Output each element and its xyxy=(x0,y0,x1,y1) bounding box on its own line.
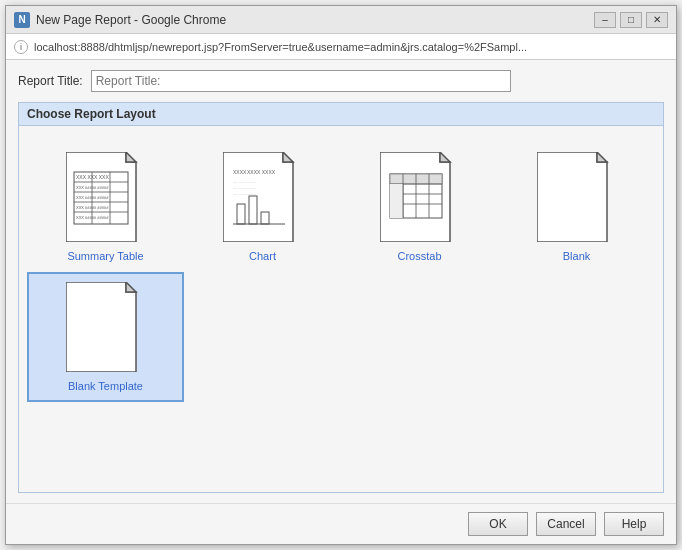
help-button[interactable]: Help xyxy=(604,512,664,536)
main-window: N New Page Report - Google Chrome – □ ✕ … xyxy=(5,5,677,545)
svg-text:·····················: ····················· xyxy=(233,186,256,191)
crosstab-label: Crosstab xyxy=(397,250,441,262)
chart-icon: XXXX XXXX XXXX ····················· ···… xyxy=(223,152,303,242)
cancel-button[interactable]: Cancel xyxy=(536,512,596,536)
window-title: New Page Report - Google Chrome xyxy=(36,13,588,27)
maximize-button[interactable]: □ xyxy=(620,12,642,28)
blank-template-label: Blank Template xyxy=(68,380,143,392)
layout-group-title: Choose Report Layout xyxy=(19,103,663,126)
report-title-label: Report Title: xyxy=(18,74,83,88)
layout-item-blank-template[interactable]: Blank Template xyxy=(27,272,184,402)
ok-button[interactable]: OK xyxy=(468,512,528,536)
svg-text:XXX ##### #####: XXX ##### ##### xyxy=(76,185,109,190)
svg-text:XXX XXX XXX: XXX XXX XXX xyxy=(76,174,109,180)
svg-marker-15 xyxy=(283,152,293,162)
summary-table-label: Summary Table xyxy=(67,250,143,262)
info-icon: i xyxy=(14,40,28,54)
svg-marker-1 xyxy=(126,152,136,162)
blank-template-icon xyxy=(66,282,146,372)
report-title-input[interactable] xyxy=(91,70,511,92)
layout-item-summary-table[interactable]: XXX XXX XXX XXX ##### ##### XXX ##### ##… xyxy=(27,142,184,272)
address-text: localhost:8888/dhtmljsp/newreport.jsp?Fr… xyxy=(34,41,527,53)
svg-marker-40 xyxy=(126,282,136,292)
close-button[interactable]: ✕ xyxy=(646,12,668,28)
svg-marker-37 xyxy=(537,152,607,242)
chart-label: Chart xyxy=(249,250,276,262)
titlebar: N New Page Report - Google Chrome – □ ✕ xyxy=(6,6,676,34)
svg-text:XXXX: XXXX xyxy=(233,169,247,175)
address-bar: i localhost:8888/dhtmljsp/newreport.jsp?… xyxy=(6,34,676,60)
layout-grid: XXX XXX XXX XXX ##### ##### XXX ##### ##… xyxy=(19,126,663,410)
svg-rect-35 xyxy=(390,184,403,218)
svg-text:XXX ##### #####: XXX ##### ##### xyxy=(76,205,109,210)
browser-icon: N xyxy=(14,12,30,28)
crosstab-icon xyxy=(380,152,460,242)
layout-item-crosstab[interactable]: Crosstab xyxy=(341,142,498,272)
footer-bar: OK Cancel Help xyxy=(6,503,676,544)
layout-item-chart[interactable]: XXXX XXXX XXXX ····················· ···… xyxy=(184,142,341,272)
summary-table-icon: XXX XXX XXX XXX ##### ##### XXX ##### ##… xyxy=(66,152,146,242)
layout-group: Choose Report Layout xyxy=(18,102,664,493)
svg-marker-39 xyxy=(66,282,136,372)
blank-label: Blank xyxy=(563,250,591,262)
dialog-body: Report Title: Choose Report Layout xyxy=(6,60,676,503)
report-title-row: Report Title: xyxy=(18,70,664,92)
window-controls: – □ ✕ xyxy=(594,12,668,28)
layout-item-blank[interactable]: Blank xyxy=(498,142,655,272)
blank-icon xyxy=(537,152,617,242)
minimize-button[interactable]: – xyxy=(594,12,616,28)
svg-marker-38 xyxy=(597,152,607,162)
svg-text:XXX ##### #####: XXX ##### ##### xyxy=(76,195,109,200)
svg-marker-14 xyxy=(223,152,293,242)
svg-text:·····················: ····················· xyxy=(233,180,256,185)
svg-marker-26 xyxy=(440,152,450,162)
svg-text:XXX ##### #####: XXX ##### ##### xyxy=(76,215,109,220)
layout-grid-container[interactable]: XXX XXX XXX XXX ##### ##### XXX ##### ##… xyxy=(19,126,663,492)
svg-text:XXXX XXXX: XXXX XXXX xyxy=(247,169,276,175)
